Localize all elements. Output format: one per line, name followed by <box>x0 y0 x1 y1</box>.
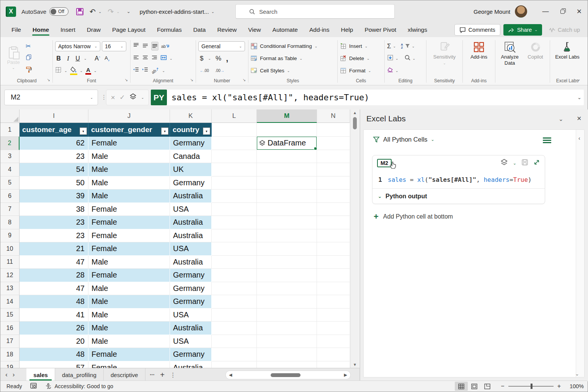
underline-chevron-icon[interactable]: ⌄ <box>84 57 87 60</box>
merge-center-button[interactable] <box>160 54 167 62</box>
empty-cell[interactable] <box>317 269 350 282</box>
table-header-customer-gender[interactable]: customer_gender▾ <box>88 123 170 137</box>
row-header-4[interactable]: 4 <box>0 163 20 176</box>
data-cell[interactable]: 62 <box>20 137 88 150</box>
empty-cell[interactable] <box>257 189 317 203</box>
empty-cell[interactable] <box>212 176 257 190</box>
data-cell[interactable]: 28 <box>20 269 88 282</box>
decrease-decimal-button[interactable]: .00→ <box>215 69 224 73</box>
row-header-2[interactable]: 2 <box>0 137 20 150</box>
python-output-toggle[interactable]: ⌄ Python output <box>372 188 545 204</box>
column-header-i[interactable]: I <box>20 109 88 123</box>
sheet-tab-data-profiling[interactable]: data_profiling <box>55 368 104 381</box>
ribbon-tab-insert[interactable]: Insert <box>56 23 80 36</box>
empty-cell[interactable] <box>257 203 317 216</box>
select-all-corner[interactable] <box>0 109 20 123</box>
currency-format-button[interactable]: $ <box>200 55 203 62</box>
data-cell[interactable]: 47 <box>20 256 88 269</box>
empty-cell[interactable] <box>257 322 317 335</box>
python-object-chevron-icon[interactable]: ⌄ <box>141 96 144 100</box>
sort-filter-funnel-icon[interactable] <box>405 44 410 49</box>
python-object-icon[interactable] <box>129 93 137 102</box>
clipboard-dialog-launcher[interactable]: ↘ <box>47 77 50 83</box>
data-cell[interactable]: Female <box>88 242 170 256</box>
pane-menu-icon[interactable] <box>543 137 551 144</box>
data-cell[interactable]: 48 <box>20 295 88 309</box>
empty-cell[interactable] <box>257 229 317 243</box>
horizontal-scrollbar[interactable]: ◀ ▶ <box>225 371 351 379</box>
python-object-icon[interactable] <box>500 158 508 168</box>
format-painter-button[interactable] <box>26 66 32 74</box>
empty-cell[interactable] <box>212 123 257 137</box>
empty-cell[interactable] <box>257 163 317 176</box>
copy-button[interactable] <box>26 54 32 62</box>
data-cell[interactable]: Germany <box>170 176 212 190</box>
data-cell[interactable]: Male <box>88 189 170 203</box>
pane-chevron-icon[interactable]: ⌄ <box>559 116 564 122</box>
data-cell[interactable]: Male <box>88 176 170 190</box>
empty-cell[interactable] <box>317 176 350 190</box>
row-header-1[interactable]: 1 <box>0 123 20 137</box>
zoom-out-button[interactable]: − <box>501 383 504 390</box>
ribbon-tab-xlwings[interactable]: xlwings <box>403 23 432 36</box>
orientation-button[interactable]: ab↗ <box>150 66 160 75</box>
data-cell[interactable]: USA <box>170 203 212 216</box>
data-cell[interactable]: 26 <box>20 322 88 335</box>
excel-labs-button[interactable]: Excel Labs <box>555 39 580 77</box>
table-header-customer-age[interactable]: customer_age▾ <box>20 123 88 137</box>
undo-menu-chevron-icon[interactable]: ⌄ <box>98 10 101 14</box>
data-cell[interactable]: Germany <box>170 295 212 309</box>
data-cell[interactable]: Male <box>88 309 170 322</box>
data-cell[interactable]: USA <box>170 335 212 348</box>
empty-cell[interactable] <box>257 335 317 348</box>
row-header-18[interactable]: 18 <box>0 348 20 361</box>
document-title[interactable]: python-excel-addins-start... ⌄ <box>140 8 214 15</box>
empty-cell[interactable] <box>212 348 257 361</box>
scroll-right-icon[interactable]: ▶ <box>344 372 347 377</box>
empty-cell[interactable] <box>257 216 317 229</box>
empty-cell[interactable] <box>317 256 350 269</box>
ribbon-tab-home[interactable]: Home <box>28 23 54 36</box>
horizontal-scroll-thumb[interactable] <box>271 373 301 377</box>
find-select-button[interactable] <box>404 54 411 62</box>
data-cell[interactable]: Female <box>88 137 170 150</box>
data-cell[interactable]: 23 <box>20 216 88 229</box>
output-type-chevron-icon[interactable]: ⌄ <box>513 161 516 166</box>
align-middle-button[interactable] <box>142 42 149 50</box>
data-cell[interactable]: Australia <box>170 361 212 368</box>
empty-cell[interactable] <box>317 163 350 176</box>
close-button[interactable]: × <box>571 0 588 23</box>
empty-cell[interactable] <box>317 282 350 296</box>
column-header-n[interactable]: N <box>317 109 350 123</box>
row-header-5[interactable]: 5 <box>0 176 20 190</box>
empty-cell[interactable] <box>257 348 317 361</box>
empty-cell[interactable] <box>212 150 257 163</box>
ribbon-tab-review[interactable]: Review <box>212 23 242 36</box>
formula-input[interactable]: sales = xl("sales[#All]", headers=True) <box>167 90 584 105</box>
data-cell[interactable]: 47 <box>20 282 88 296</box>
active-cell-m2[interactable]: DataFrame <box>257 137 317 150</box>
empty-cell[interactable] <box>212 229 257 243</box>
zoom-slider[interactable] <box>508 386 554 387</box>
align-right-button[interactable] <box>151 54 158 62</box>
delete-cells-button[interactable]: Delete⌄ <box>340 52 371 64</box>
row-header-11[interactable]: 11 <box>0 256 20 269</box>
column-header-k[interactable]: K <box>170 109 212 123</box>
filter-button[interactable]: ▾ <box>80 127 87 135</box>
scroll-left-icon[interactable]: ◀ <box>229 372 232 377</box>
ribbon-tab-data[interactable]: Data <box>188 23 211 36</box>
data-cell[interactable]: 48 <box>20 348 88 361</box>
ribbon-tab-automate[interactable]: Automate <box>268 23 303 36</box>
data-cell[interactable]: 23 <box>20 150 88 163</box>
empty-cell[interactable] <box>257 256 317 269</box>
pane-close-icon[interactable]: × <box>577 114 581 123</box>
align-top-button[interactable] <box>133 42 139 50</box>
ribbon-tab-power-pivot[interactable]: Power Pivot <box>359 23 401 36</box>
add-python-cell-button[interactable]: + Add Python cell at bottom <box>374 212 453 221</box>
empty-cell[interactable] <box>317 229 350 243</box>
scroll-up-icon[interactable]: ▲ <box>351 111 359 115</box>
data-cell[interactable]: Male <box>88 256 170 269</box>
empty-cell[interactable] <box>257 123 317 137</box>
empty-cell[interactable] <box>212 282 257 296</box>
data-cell[interactable]: 39 <box>20 189 88 203</box>
